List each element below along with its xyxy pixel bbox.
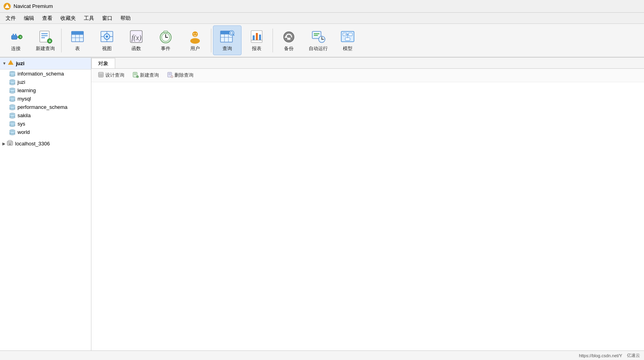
svg-rect-3 xyxy=(13,34,14,36)
toolbar-report-button[interactable]: 报表 xyxy=(242,25,271,55)
new-query-label: 新建查询 xyxy=(36,45,55,52)
main-layout: ▼ juzi information_schema xyxy=(0,58,644,350)
db-label-sakila: sakila xyxy=(17,112,31,118)
sidebar-db-information-schema[interactable]: information_schema xyxy=(0,70,91,78)
sidebar-db-sys[interactable]: sys xyxy=(0,120,91,128)
sidebar-db-learning[interactable]: learning xyxy=(0,86,91,95)
db-icon-learning xyxy=(9,88,16,93)
backup-icon xyxy=(281,29,297,45)
sidebar-db-sakila[interactable]: sakila xyxy=(0,111,91,120)
title-bar: Navicat Premium xyxy=(0,0,644,13)
svg-rect-51 xyxy=(256,33,258,40)
user-icon xyxy=(187,29,203,45)
db-label-mysql: mysql xyxy=(17,96,31,102)
svg-point-22 xyxy=(106,35,108,38)
autorun-icon xyxy=(310,29,326,45)
backup-label: 备份 xyxy=(284,45,294,52)
svg-point-37 xyxy=(190,38,200,44)
query-icon xyxy=(219,29,235,45)
toolbar-table-button[interactable]: 表 xyxy=(63,25,92,55)
new-query-icon: + xyxy=(37,29,53,45)
event-label: 事件 xyxy=(161,45,170,52)
localhost-connection-label: localhost_3306 xyxy=(15,141,50,147)
svg-rect-4 xyxy=(15,34,16,36)
app-logo xyxy=(3,2,11,10)
menu-edit[interactable]: 编辑 xyxy=(20,13,38,23)
delete-query-button[interactable]: 删除查询 xyxy=(164,70,197,80)
status-url: https://blog.csdn.net/Y xyxy=(579,353,622,358)
toolbar-backup-button[interactable]: 备份 xyxy=(275,25,303,55)
toolbar-query-button[interactable]: 查询 xyxy=(213,25,242,55)
svg-point-38 xyxy=(193,33,194,34)
toolbar-function-button[interactable]: f(x) 函数 xyxy=(122,25,151,55)
svg-rect-65 xyxy=(348,33,352,36)
event-icon xyxy=(158,29,174,45)
menu-window[interactable]: 窗口 xyxy=(98,13,116,23)
new-query-sub-icon: + xyxy=(132,72,139,79)
model-label: 模型 xyxy=(343,45,352,52)
toolbar-sep-1 xyxy=(61,29,62,52)
svg-text:+: + xyxy=(49,39,51,43)
svg-point-97 xyxy=(10,123,15,125)
query-label: 查询 xyxy=(222,45,232,52)
db-label-juzi: juzi xyxy=(17,79,25,85)
table-icon xyxy=(70,29,85,45)
connect-icon: + xyxy=(8,29,24,45)
svg-rect-15 xyxy=(72,31,83,35)
db-label-world: world xyxy=(17,129,30,135)
expand-arrow-localhost: ▶ xyxy=(2,141,6,146)
sidebar-db-mysql[interactable]: mysql xyxy=(0,95,91,103)
content-body xyxy=(91,82,644,350)
toolbar-model-button[interactable]: 模型 xyxy=(333,25,362,55)
svg-line-48 xyxy=(233,35,234,36)
svg-point-93 xyxy=(10,114,15,116)
toolbar-event-button[interactable]: 事件 xyxy=(151,25,180,55)
db-icon-sys xyxy=(9,121,16,127)
svg-rect-105 xyxy=(99,72,103,77)
new-query-sub-button[interactable]: + 新建查询 xyxy=(129,70,162,80)
sidebar-connection-juzi[interactable]: ▼ juzi xyxy=(0,58,91,70)
db-icon-world xyxy=(9,130,16,135)
sidebar-db-performance-schema[interactable]: performance_schema xyxy=(0,103,91,111)
table-label: 表 xyxy=(75,45,80,52)
tab-object[interactable]: 对象 xyxy=(91,58,115,68)
toolbar-autorun-button[interactable]: 自动运行 xyxy=(304,25,333,55)
svg-rect-56 xyxy=(287,38,290,40)
svg-rect-52 xyxy=(259,35,261,40)
svg-marker-69 xyxy=(8,60,14,65)
menu-bar: 文件 编辑 查看 收藏夹 工具 窗口 帮助 xyxy=(0,13,644,24)
view-label: 视图 xyxy=(102,45,112,52)
svg-point-101 xyxy=(10,131,15,133)
menu-file[interactable]: 文件 xyxy=(2,13,20,23)
sidebar-db-world[interactable]: world xyxy=(0,128,91,136)
report-label: 报表 xyxy=(252,45,261,52)
db-icon-juzi xyxy=(9,79,16,85)
toolbar-view-button[interactable]: 视图 xyxy=(93,25,121,55)
db-icon-performance-schema xyxy=(9,105,16,110)
svg-text:+: + xyxy=(137,75,138,78)
user-label: 用户 xyxy=(190,45,200,52)
delete-query-label: 删除查询 xyxy=(174,72,193,79)
toolbar-connect-button[interactable]: + 连接 xyxy=(2,25,30,55)
function-icon: f(x) xyxy=(128,29,144,45)
menu-help[interactable]: 帮助 xyxy=(116,13,135,23)
toolbar-user-button[interactable]: 用户 xyxy=(181,25,209,55)
svg-point-73 xyxy=(10,73,15,75)
autorun-label: 自动运行 xyxy=(309,45,328,52)
sidebar-db-juzi[interactable]: juzi xyxy=(0,78,91,86)
menu-view[interactable]: 查看 xyxy=(38,13,56,23)
content-toolbar: 设计查询 + 新建查询 xyxy=(91,69,644,82)
design-query-button[interactable]: 设计查询 xyxy=(95,70,128,80)
svg-rect-103 xyxy=(8,140,12,142)
menu-favorites[interactable]: 收藏夹 xyxy=(56,13,80,23)
db-label-learning: learning xyxy=(17,87,36,93)
svg-point-81 xyxy=(10,89,15,91)
sidebar-connection-localhost[interactable]: ▶ localhost_3306 xyxy=(0,138,91,149)
menu-tools[interactable]: 工具 xyxy=(80,13,98,23)
localhost-connection-icon xyxy=(6,139,14,148)
toolbar-sep-2 xyxy=(211,29,211,52)
content-tabs: 对象 xyxy=(91,58,644,69)
toolbar-new-query-button[interactable]: + 新建查询 xyxy=(31,25,60,55)
db-label-information-schema: information_schema xyxy=(17,71,64,77)
view-icon xyxy=(99,29,115,45)
